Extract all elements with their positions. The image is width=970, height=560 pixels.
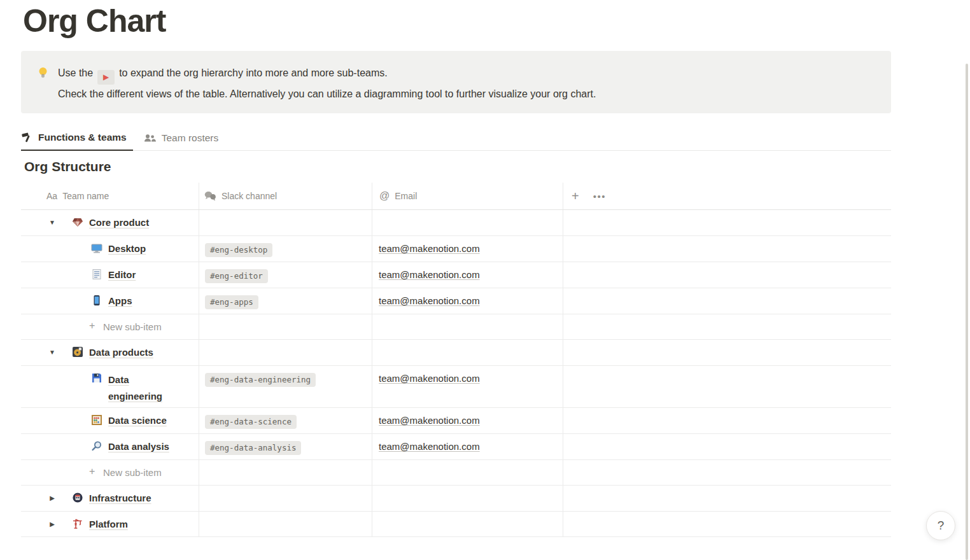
email-cell[interactable] [372,210,563,235]
new-sub-item[interactable]: + New sub-item [21,314,199,339]
email-cell[interactable] [372,512,563,536]
email-cell[interactable] [372,486,563,511]
tab-label: Team rosters [162,132,219,144]
slack-channel-tag[interactable]: #eng-desktop [205,243,272,257]
more-options-button[interactable]: ••• [593,191,606,202]
slack-channel-tag[interactable]: #eng-apps [205,295,258,309]
table-header-row: Aa Team name Slack channel @ Email + ••• [21,183,891,210]
plus-icon: + [89,466,99,477]
email-value[interactable]: team@makenotion.com [379,372,480,385]
team-name[interactable]: Data products [89,346,153,359]
team-name-cell[interactable]: Apps [21,288,199,314]
table-row: ▶ Infrastructure [21,486,891,512]
column-header-slack-channel[interactable]: Slack channel [199,183,372,209]
extra-cell[interactable] [563,434,891,459]
table-row: Desktop #eng-desktop team@makenotion.com [21,236,891,262]
slack-channel-cell[interactable]: #eng-desktop [199,236,372,262]
team-name[interactable]: Infrastructure [89,491,151,505]
email-cell[interactable]: team@makenotion.com [372,434,563,459]
team-name-cell[interactable]: ▶ Infrastructure [21,486,199,511]
slack-channel-cell[interactable] [199,340,372,365]
new-sub-item-row[interactable]: + New sub-item [21,460,891,486]
slack-channel-cell[interactable]: #eng-apps [199,288,372,314]
extra-cell[interactable] [563,366,891,407]
slack-channel-tag[interactable]: #eng-data-analysis [205,441,301,455]
extra-cell[interactable] [563,210,891,235]
email-value[interactable]: team@makenotion.com [379,294,480,307]
team-name-cell[interactable]: Data engineering [21,366,199,407]
slack-channel-cell[interactable] [199,486,372,511]
add-column-button[interactable]: + [572,189,579,204]
extra-cell[interactable] [563,262,891,288]
table-row: Apps #eng-apps team@makenotion.com [21,288,891,314]
team-name-cell[interactable]: ▼ Data products [21,340,199,365]
table-row: Data engineering #eng-data-engineering t… [21,366,891,408]
team-name-cell[interactable]: ▶ Platform [21,512,199,536]
email-cell[interactable]: team@makenotion.com [372,408,563,433]
new-sub-item-label: New sub-item [103,320,162,333]
team-name[interactable]: Editor [108,268,136,281]
extra-cell[interactable] [563,236,891,262]
collapse-toggle-icon[interactable]: ▼ [48,218,57,228]
help-button[interactable]: ? [926,511,955,540]
text-type-icon: Aa [46,191,57,201]
email-cell[interactable] [372,340,563,365]
extra-cell[interactable] [563,340,891,365]
new-sub-item-row[interactable]: + New sub-item [21,314,891,340]
team-name-cell[interactable]: Desktop [21,236,199,262]
email-cell[interactable]: team@makenotion.com [372,236,563,262]
expand-toggle-icon[interactable]: ▶ [48,519,57,529]
plus-icon: + [89,320,99,332]
extra-cell [563,460,891,485]
team-name[interactable]: Apps [108,294,132,307]
email-cell[interactable]: team@makenotion.com [372,288,563,314]
email-value[interactable]: team@makenotion.com [379,268,480,281]
slack-channel-tag[interactable]: #eng-data-engineering [205,373,316,387]
team-name-cell[interactable]: Data analysis [21,434,199,459]
team-name[interactable]: Platform [89,517,128,531]
header-actions: + ••• [563,183,891,209]
expand-toggle-icon[interactable]: ▶ [48,493,57,503]
slack-channel-cell[interactable]: #eng-editor [199,262,372,288]
extra-cell[interactable] [563,288,891,314]
slack-channel-cell[interactable]: #eng-data-engineering [199,366,372,407]
tab-team-rosters[interactable]: Team rosters [143,125,225,151]
email-value[interactable]: team@makenotion.com [379,440,480,453]
extra-cell[interactable] [563,408,891,433]
slack-channel-cell[interactable] [199,210,372,235]
team-name[interactable]: Desktop [108,242,146,255]
collapse-toggle-icon[interactable]: ▼ [48,347,57,358]
slack-channel-cell[interactable]: #eng-data-science [199,408,372,433]
email-cell[interactable]: team@makenotion.com [372,366,563,407]
slack-channel-cell[interactable] [199,512,372,536]
team-name[interactable]: Core product [89,216,149,229]
tab-functions-teams[interactable]: Functions & teams [21,125,133,151]
slack-channel-tag[interactable]: #eng-data-science [205,415,297,429]
table-row: ▼ Data products [21,340,891,366]
table-row: Data analysis #eng-data-analysis team@ma… [21,434,891,460]
crane-icon [72,518,83,529]
slack-channel-tag[interactable]: #eng-editor [205,269,268,283]
metro-icon [72,492,83,503]
callout-line1-after: to expand the org hierarchy into more an… [119,67,388,78]
team-name-cell[interactable]: ▼ Core product [21,210,199,235]
column-header-email[interactable]: @ Email [372,183,563,209]
column-label: Email [395,191,417,201]
team-name[interactable]: Data engineering [108,372,165,405]
email-cell [372,460,563,485]
extra-cell[interactable] [563,512,891,536]
team-name-cell[interactable]: Data science [21,408,199,433]
extra-cell[interactable] [563,486,891,511]
mobile-phone-icon [91,295,102,306]
team-name[interactable]: Data science [108,414,167,427]
email-cell[interactable]: team@makenotion.com [372,262,563,288]
slack-channel-cell [199,314,372,339]
email-value[interactable]: team@makenotion.com [379,242,480,255]
new-sub-item[interactable]: + New sub-item [21,460,199,485]
slack-channel-cell[interactable]: #eng-data-analysis [199,434,372,459]
column-header-team-name[interactable]: Aa Team name [21,183,199,209]
team-name[interactable]: Data analysis [108,440,169,453]
team-name-cell[interactable]: Editor [21,262,199,288]
email-value[interactable]: team@makenotion.com [379,414,480,427]
scrollbar[interactable] [966,64,968,560]
